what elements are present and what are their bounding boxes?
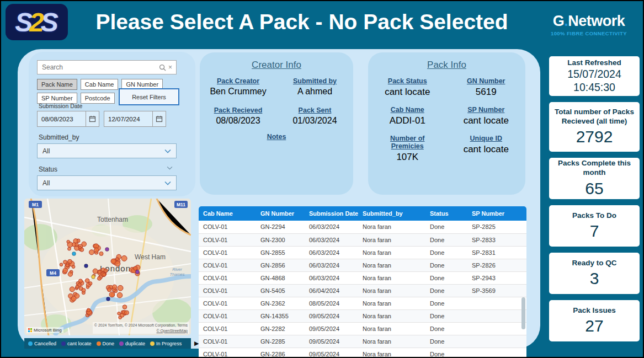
notes-link[interactable]: Notes (200, 133, 353, 141)
table-cell: Done (425, 335, 467, 348)
filter-chip-postcode[interactable]: Postcode (81, 93, 115, 104)
table-cell: GN-5405 (256, 284, 305, 297)
status-dropdown[interactable]: All (37, 175, 177, 190)
table-cell: 06/03/2024 (305, 246, 358, 259)
table-row[interactable]: COLV-01GN-540506/04/2024Nora faranDoneSP… (199, 284, 526, 297)
table-cell: GN-14355 (256, 309, 305, 322)
table-cell (467, 348, 526, 358)
svg-text:M11: M11 (177, 202, 185, 207)
table-row[interactable]: COLV-01GN-229406/03/2024Nora faranDoneSP… (199, 221, 526, 233)
column-header-gn-number[interactable]: GN Number (256, 206, 305, 221)
table-cell: Nora faran (358, 297, 425, 309)
date-to-value: 12/07/2024 (104, 116, 152, 122)
table-cell: SP-2831 (467, 246, 526, 259)
date-to-field[interactable]: 12/07/2024 (104, 111, 166, 127)
table-cell: COLV-01 (199, 322, 256, 335)
status-value: All (42, 179, 50, 187)
stat-value: 27 (552, 317, 637, 335)
search-input[interactable] (38, 63, 159, 71)
table-cell: COLV-01 (199, 309, 256, 322)
table-scrollbar-thumb[interactable] (521, 297, 525, 329)
table-row[interactable]: COLV-01GN-228509/05/2024Nora faranDone (199, 335, 526, 348)
field-submitted-by: Submitted by A ahmed (276, 77, 353, 97)
calendar-icon[interactable] (152, 111, 166, 126)
filter-chip-cab-name[interactable]: Cab Name (81, 79, 119, 90)
motorway-badge-m1: M1 (29, 201, 42, 208)
clear-search-icon[interactable]: × (166, 63, 176, 71)
s2s-logo-s1: S (15, 7, 29, 38)
map-canvas: M1 M11 M4 Tottenham West Ham London Rive… (24, 199, 191, 335)
map-label-river: River (172, 267, 182, 272)
legend-item-in-progress: In Progress (150, 341, 182, 346)
s2s-logo-two: 2 (29, 7, 41, 38)
map-attribution: © 2024 TomTom, © 2024 Microsoft Corporat… (93, 322, 189, 334)
table-cell: COLV-01 (199, 297, 256, 309)
table-row[interactable]: COLV-01GN-285606/03/2024Nora faranDoneSP… (199, 259, 526, 271)
table-cell: 09/05/2024 (305, 322, 358, 335)
table-cell: Nora faran (358, 335, 425, 348)
table-row[interactable]: COLV-01GN-228609/05/2024Nora faranDone (199, 348, 526, 358)
filter-chip-sp-number[interactable]: SP Number (37, 93, 77, 104)
date-from-field[interactable]: 08/08/2023 (37, 111, 99, 127)
pack-info-card: Pack Info Pack Status cant locate GN Num… (368, 52, 525, 195)
table-header-row: Cab NameGN NumberSubmission DateSubmitte… (199, 206, 526, 221)
stat-card-packs-complete-this-month: Packs Complete this month65 (549, 158, 640, 199)
table-cell: Done (425, 221, 467, 233)
table-cell: 09/05/2024 (305, 335, 358, 348)
motorway-badge-m4: M4 (46, 269, 60, 276)
table-cell (467, 322, 526, 335)
table-cell: 06/03/2024 (305, 259, 358, 271)
status-label: Status (39, 165, 57, 173)
table-cell: SP-3569 (467, 284, 526, 297)
table-row[interactable]: COLV-01GN-236208/05/2024Nora faranDone (199, 297, 526, 309)
submitted-by-dropdown[interactable]: All (37, 143, 177, 158)
table-cell: Nora faran (358, 221, 425, 233)
table-row[interactable]: COLV-01GN-486806/03/2024Nora faranDoneSP… (199, 271, 526, 284)
table-cell: COLV-01 (199, 259, 256, 271)
table-row[interactable]: COLV-01GN-230006/03/2024Nora faranDoneSP… (199, 233, 526, 246)
s2s-logo: S2S (6, 4, 68, 40)
legend-dot-icon (97, 341, 101, 346)
table-cell: Done (425, 259, 467, 271)
table-cell: Done (425, 246, 467, 259)
chevron-down-icon[interactable] (167, 166, 173, 170)
table-cell: COLV-01 (199, 233, 256, 246)
map-label-thames: Thames (169, 272, 184, 277)
field-gn-number: GN Number 5619 (447, 77, 526, 98)
table-cell: COLV-01 (199, 221, 256, 233)
table-cell: 09/05/2024 (305, 309, 358, 322)
table-row[interactable]: COLV-01GN-285506/03/2024Nora faranDoneSP… (199, 246, 526, 259)
stat-card-total-number-of-packs-recieved-all-time: Total number of Packs Recieved (all time… (549, 102, 640, 152)
search-box: × (37, 60, 177, 74)
map-label-west-ham: West Ham (135, 253, 166, 261)
legend-dot-icon (119, 341, 124, 346)
stat-label: Pack Issues (552, 306, 637, 316)
column-header-sp-number[interactable]: SP Number (467, 206, 526, 221)
reset-filters-button[interactable]: Reset Filters (119, 88, 179, 105)
stat-label: Ready to QC (552, 259, 637, 268)
column-header-submitted_by[interactable]: Submitted_by (358, 206, 425, 221)
table-cell (467, 335, 526, 348)
table-cell: GN-2856 (256, 259, 305, 271)
pack-info-title: Pack Info (368, 60, 525, 71)
field-pack-status: Pack Status cant locate (368, 77, 447, 98)
filter-chip-pack-name[interactable]: Pack Name (37, 79, 77, 90)
map[interactable]: M1 M11 M4 Tottenham West Ham London Rive… (24, 199, 191, 335)
column-header-status[interactable]: Status (425, 206, 467, 221)
stat-value-line2: 10:45:30 (552, 81, 637, 94)
table-row[interactable]: COLV-01GN-1435509/05/2024Nora faranDone (199, 309, 526, 322)
stat-card-packs-to-do: Packs To Do7 (549, 205, 640, 247)
date-from-value: 08/08/2023 (38, 116, 86, 122)
table-row[interactable]: COLV-01GN-228209/05/2024Nora faranDone (199, 322, 526, 335)
stat-value: 3 (552, 269, 637, 288)
table-cell: Nora faran (358, 259, 425, 271)
legend-item-done: Done (97, 341, 115, 346)
microsoft-logo-icon (28, 328, 32, 332)
table-cell: SP-2825 (467, 221, 526, 233)
column-header-cab-name[interactable]: Cab Name (199, 206, 256, 221)
calendar-icon[interactable] (86, 111, 99, 126)
table-cell: COLV-01 (199, 348, 256, 358)
stat-label: Packs To Do (552, 211, 637, 221)
column-header-submission-date[interactable]: Submission Date (305, 206, 358, 221)
table-cell: GN-2294 (256, 221, 305, 233)
